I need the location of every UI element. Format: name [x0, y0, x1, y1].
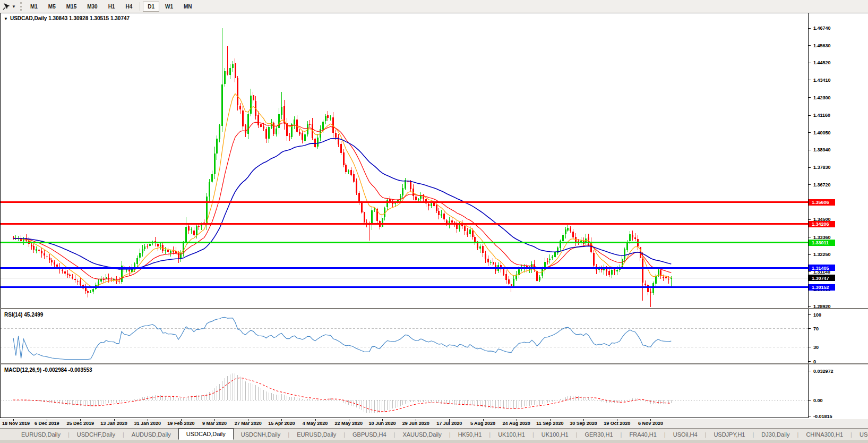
date-label: 18 Nov 2019	[2, 421, 30, 426]
price-tick: 1.36720	[813, 182, 831, 188]
chart-cursor-icon[interactable]	[2, 2, 11, 11]
chart-tab-ger30-h1[interactable]: GER30,H1	[577, 429, 620, 440]
date-label: 19 Oct 2020	[604, 421, 630, 426]
date-label: 30 Sep 2020	[570, 421, 597, 426]
date-label: 6 Dec 2019	[35, 421, 59, 426]
toolbar-grip[interactable]	[20, 2, 22, 11]
price-tick: 1.33360	[813, 235, 831, 240]
svg-text:0.032972: 0.032972	[813, 369, 833, 374]
rsi-indicator-label: RSI(14) 45.2499	[4, 312, 43, 318]
price-badge-1.33011: 1.33011	[809, 240, 835, 246]
price-tick: 1.40050	[813, 130, 831, 135]
chart-title-text: USDCAD,Daily 1.30843 1.30928 1.30515 1.3…	[10, 15, 130, 21]
chart-tab-fra40-h1[interactable]: FRA40,H1	[622, 429, 664, 440]
chart-collapse-icon[interactable]: ▼	[4, 16, 8, 21]
date-label: 27 Mar 2020	[235, 421, 262, 426]
date-label: 29 Jun 2020	[402, 421, 429, 426]
chart-title: ▼USDCAD,Daily 1.30843 1.30928 1.30515 1.…	[4, 15, 130, 21]
price-badge-1.35606: 1.35606	[809, 199, 835, 206]
price-tick: 1.37830	[813, 165, 831, 170]
timeframe-button-mn[interactable]: MN	[179, 2, 197, 12]
date-label: 24 Aug 2020	[503, 421, 530, 426]
date-axis[interactable]: 18 Nov 20196 Dec 201925 Dec 201913 Jan 2…	[0, 419, 868, 428]
price-tick: 1.43410	[813, 78, 831, 83]
chart-tab-hk50-h1[interactable]: HK50,H1	[451, 429, 489, 440]
chart-tab-xauusd-daily[interactable]: XAUUSD,Daily	[395, 429, 449, 440]
chart-tab-usdcad-daily[interactable]: USDCAD,Daily	[178, 428, 234, 440]
date-label: 19 Feb 2020	[167, 421, 194, 426]
mt4-window: ▼ M1M5M15M30H1H4D1W1MN 1.467401.456301.4…	[0, 0, 868, 443]
price-chart-canvas[interactable]: 1.467401.456301.445201.434101.423001.411…	[0, 13, 868, 309]
date-label: 22 May 2020	[335, 421, 363, 426]
timeframe-button-m15[interactable]: M15	[62, 2, 81, 12]
price-tick: 1.46740	[813, 25, 831, 31]
timeframe-button-m5[interactable]: M5	[44, 2, 61, 12]
price-tick: 1.38940	[813, 147, 831, 152]
svg-text:1.33011: 1.33011	[812, 240, 829, 245]
macd-indicator-canvas[interactable]: 0.0329720.00-0.01815	[0, 364, 868, 419]
chart-tab-usoil-h1[interactable]: USOil,H1	[852, 429, 868, 440]
price-tick: 1.41160	[813, 113, 830, 118]
date-label: 11 Sep 2020	[536, 421, 563, 426]
chart-tab-usoil-h4[interactable]: USOil,H4	[666, 429, 705, 440]
svg-text:70: 70	[813, 326, 819, 331]
window-bottom-strip	[0, 440, 868, 443]
date-label: 15 Apr 2020	[268, 421, 295, 426]
timeframe-button-h1[interactable]: H1	[104, 2, 120, 12]
date-label: 10 Jun 2020	[368, 421, 396, 426]
chart-tab-bar: EURUSD,Daily|USDCHF,Daily|AUDUSD,DailyUS…	[0, 428, 868, 440]
date-label: 6 Nov 2020	[638, 421, 663, 426]
price-tick: 1.44520	[813, 60, 831, 65]
chart-tab-uk100-h1[interactable]: UK100,H1	[491, 429, 532, 440]
chart-tab-audusd-daily[interactable]: AUDUSD,Daily	[124, 429, 178, 440]
chart-tab-china300-h1[interactable]: CHINA300,H1	[798, 429, 850, 440]
svg-text:1.30152: 1.30152	[812, 285, 829, 290]
chart-tab-usdcnh-daily[interactable]: USDCNH,Daily	[234, 429, 288, 440]
price-badge-1.31405: 1.31405	[809, 265, 835, 271]
date-label: 4 May 2020	[303, 421, 328, 426]
date-label: 5 Aug 2020	[470, 421, 495, 426]
chart-tab-usdjpy-h1[interactable]: USDJPY,H1	[706, 429, 752, 440]
timeframe-button-m1[interactable]: M1	[25, 2, 42, 12]
svg-text:1.35606: 1.35606	[812, 200, 829, 205]
timeframe-button-w1[interactable]: W1	[160, 2, 178, 12]
svg-text:100: 100	[813, 312, 821, 318]
svg-text:1.34206: 1.34206	[812, 222, 829, 227]
svg-text:1.30747: 1.30747	[812, 276, 829, 281]
chart-cursor-dropdown-caret[interactable]: ▼	[12, 4, 16, 9]
date-label: 31 Jan 2020	[134, 421, 161, 426]
timeframe-button-m30[interactable]: M30	[82, 2, 102, 12]
chart-tab-gbpusd-h4[interactable]: GBPUSD,H4	[345, 429, 394, 440]
chart-tab-usdchf-daily[interactable]: USDCHF,Daily	[70, 429, 123, 440]
timeframe-toolbar: ▼ M1M5M15M30H1H4D1W1MN	[0, 0, 868, 13]
current-price-badge: 1.30747	[809, 275, 835, 281]
toolbar-separator	[140, 2, 140, 11]
date-label: 9 Mar 2020	[202, 421, 227, 426]
chart-tab-dj30-daily[interactable]: DJ30,Daily	[754, 429, 797, 440]
date-label: 13 Jan 2020	[100, 421, 127, 426]
chart-tab-eurusd-daily[interactable]: EURUSD,Daily	[289, 429, 343, 440]
price-tick: 1.45630	[813, 43, 831, 48]
svg-text:-0.01815: -0.01815	[813, 414, 832, 419]
macd-indicator-label: MACD(12,26,9) -0.002984 -0.003553	[4, 367, 92, 373]
price-tick: 1.42300	[813, 95, 831, 100]
price-tick: 1.32250	[813, 252, 831, 257]
timeframe-button-h4[interactable]: H4	[121, 2, 137, 12]
price-badge-1.34206: 1.34206	[809, 221, 835, 227]
chart-tab-eurusd-daily[interactable]: EURUSD,Daily	[14, 429, 68, 440]
price-badge-1.30152: 1.30152	[809, 284, 835, 291]
rsi-indicator-canvas[interactable]: 10070300	[0, 309, 868, 364]
svg-text:1.31405: 1.31405	[812, 266, 829, 271]
svg-text:30: 30	[813, 345, 819, 350]
svg-text:0.00: 0.00	[813, 398, 823, 403]
timeframe-button-d1[interactable]: D1	[143, 2, 159, 12]
date-label: 17 Jul 2020	[436, 421, 462, 426]
date-label: 25 Dec 2019	[67, 421, 94, 426]
chart-tab-uk100-h1[interactable]: UK100,H1	[534, 429, 576, 440]
